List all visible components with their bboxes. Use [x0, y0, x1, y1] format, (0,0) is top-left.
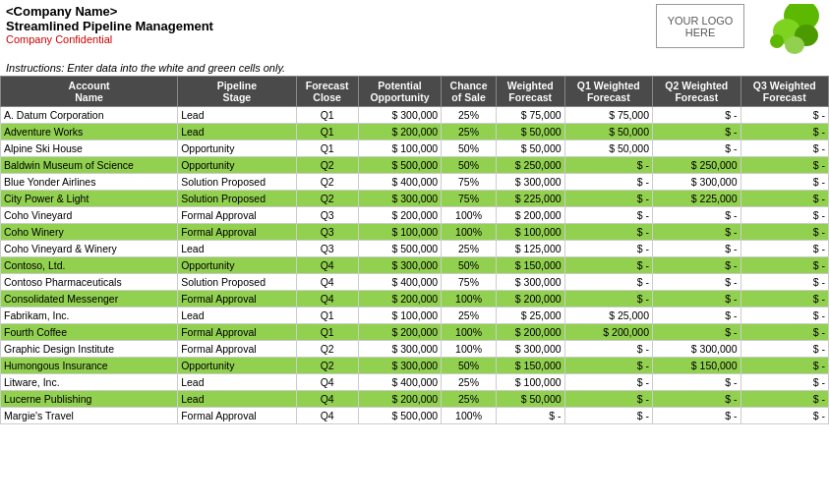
potential-opportunity: $ 400,000: [358, 174, 441, 191]
pipeline-stage[interactable]: Formal Approval: [178, 291, 296, 308]
account-name[interactable]: Fabrikam, Inc.: [1, 308, 178, 324]
q2-forecast: $ 250,000: [653, 157, 740, 174]
account-name[interactable]: Humongous Insurance: [1, 358, 178, 374]
pipeline-stage[interactable]: Lead: [178, 308, 296, 324]
pipeline-stage[interactable]: Formal Approval: [178, 408, 296, 424]
account-name[interactable]: Consolidated Messenger: [1, 291, 178, 308]
pipeline-stage[interactable]: Formal Approval: [178, 341, 296, 358]
chance-of-sale[interactable]: 100%: [442, 324, 497, 341]
q2-forecast: $ -: [653, 224, 740, 241]
account-name[interactable]: Baldwin Museum of Science: [1, 157, 178, 174]
chance-of-sale[interactable]: 75%: [442, 191, 497, 207]
chance-of-sale[interactable]: 100%: [442, 207, 497, 224]
chance-of-sale[interactable]: 100%: [442, 341, 497, 358]
pipeline-stage[interactable]: Lead: [178, 124, 296, 140]
chance-of-sale[interactable]: 75%: [442, 174, 497, 191]
account-name[interactable]: A. Datum Corporation: [1, 107, 178, 124]
account-name[interactable]: Lucerne Publishing: [1, 391, 178, 408]
forecast-close[interactable]: Q1: [296, 308, 358, 324]
forecast-close[interactable]: Q2: [296, 191, 358, 207]
potential-opportunity: $ 100,000: [358, 224, 441, 241]
account-name[interactable]: Coho Vineyard & Winery: [1, 241, 178, 257]
forecast-close[interactable]: Q1: [296, 324, 358, 341]
col-q1: Q1 WeightedForecast: [564, 77, 652, 107]
col-chance: Chanceof Sale: [442, 77, 497, 107]
pipeline-stage[interactable]: Opportunity: [178, 157, 296, 174]
forecast-close[interactable]: Q4: [296, 257, 358, 274]
q3-forecast: $ -: [740, 157, 829, 174]
weighted-forecast: $ 300,000: [496, 341, 564, 358]
chance-of-sale[interactable]: 25%: [442, 107, 497, 124]
q2-forecast: $ -: [653, 291, 740, 308]
forecast-close[interactable]: Q3: [296, 224, 358, 241]
account-name[interactable]: City Power & Light: [1, 191, 178, 207]
table-row: Coho WineryFormal ApprovalQ3$ 100,000100…: [1, 224, 829, 241]
chance-of-sale[interactable]: 100%: [442, 408, 497, 424]
forecast-close[interactable]: Q4: [296, 274, 358, 291]
forecast-close[interactable]: Q2: [296, 341, 358, 358]
table-row: Humongous InsuranceOpportunityQ2$ 300,00…: [1, 358, 829, 374]
chance-of-sale[interactable]: 25%: [442, 308, 497, 324]
table-row: Margie's TravelFormal ApprovalQ4$ 500,00…: [1, 408, 829, 424]
account-name[interactable]: Graphic Design Institute: [1, 341, 178, 358]
account-name[interactable]: Coho Winery: [1, 224, 178, 241]
account-name[interactable]: Margie's Travel: [1, 408, 178, 424]
account-name[interactable]: Litware, Inc.: [1, 374, 178, 391]
chance-of-sale[interactable]: 100%: [442, 224, 497, 241]
forecast-close[interactable]: Q4: [296, 374, 358, 391]
forecast-close[interactable]: Q3: [296, 207, 358, 224]
forecast-close[interactable]: Q4: [296, 391, 358, 408]
pipeline-stage[interactable]: Opportunity: [178, 257, 296, 274]
account-name[interactable]: Contoso Pharmaceuticals: [1, 274, 178, 291]
account-name[interactable]: Fourth Coffee: [1, 324, 178, 341]
pipeline-stage[interactable]: Solution Proposed: [178, 274, 296, 291]
potential-opportunity: $ 200,000: [358, 391, 441, 408]
forecast-close[interactable]: Q2: [296, 174, 358, 191]
pipeline-stage[interactable]: Solution Proposed: [178, 191, 296, 207]
forecast-close[interactable]: Q1: [296, 140, 358, 157]
chance-of-sale[interactable]: 25%: [442, 241, 497, 257]
pipeline-stage[interactable]: Formal Approval: [178, 324, 296, 341]
account-name[interactable]: Coho Vineyard: [1, 207, 178, 224]
weighted-forecast: $ 225,000: [496, 191, 564, 207]
weighted-forecast: $ 50,000: [496, 140, 564, 157]
q2-forecast: $ -: [653, 107, 740, 124]
q2-forecast: $ 150,000: [653, 358, 740, 374]
chance-of-sale[interactable]: 50%: [442, 358, 497, 374]
account-name[interactable]: Blue Yonder Airlines: [1, 174, 178, 191]
forecast-close[interactable]: Q4: [296, 408, 358, 424]
chance-of-sale[interactable]: 50%: [442, 257, 497, 274]
chance-of-sale[interactable]: 100%: [442, 291, 497, 308]
chance-of-sale[interactable]: 50%: [442, 157, 497, 174]
account-name[interactable]: Adventure Works: [1, 124, 178, 140]
q3-forecast: $ -: [740, 308, 829, 324]
pipeline-stage[interactable]: Opportunity: [178, 358, 296, 374]
weighted-forecast: $ 300,000: [496, 174, 564, 191]
potential-opportunity: $ 300,000: [358, 341, 441, 358]
pipeline-stage[interactable]: Lead: [178, 391, 296, 408]
chance-of-sale[interactable]: 50%: [442, 140, 497, 157]
pipeline-stage[interactable]: Lead: [178, 241, 296, 257]
weighted-forecast: $ 75,000: [496, 107, 564, 124]
forecast-close[interactable]: Q1: [296, 107, 358, 124]
q3-forecast: $ -: [740, 174, 829, 191]
chance-of-sale[interactable]: 25%: [442, 124, 497, 140]
pipeline-stage[interactable]: Lead: [178, 107, 296, 124]
forecast-close[interactable]: Q2: [296, 358, 358, 374]
q1-forecast: $ -: [564, 391, 652, 408]
pipeline-stage[interactable]: Lead: [178, 374, 296, 391]
forecast-close[interactable]: Q1: [296, 124, 358, 140]
account-name[interactable]: Alpine Ski House: [1, 140, 178, 157]
pipeline-stage[interactable]: Solution Proposed: [178, 174, 296, 191]
pipeline-stage[interactable]: Formal Approval: [178, 207, 296, 224]
forecast-close[interactable]: Q4: [296, 291, 358, 308]
q3-forecast: $ -: [740, 257, 829, 274]
chance-of-sale[interactable]: 25%: [442, 374, 497, 391]
chance-of-sale[interactable]: 75%: [442, 274, 497, 291]
pipeline-stage[interactable]: Opportunity: [178, 140, 296, 157]
forecast-close[interactable]: Q2: [296, 157, 358, 174]
forecast-close[interactable]: Q3: [296, 241, 358, 257]
chance-of-sale[interactable]: 25%: [442, 391, 497, 408]
account-name[interactable]: Contoso, Ltd.: [1, 257, 178, 274]
pipeline-stage[interactable]: Formal Approval: [178, 224, 296, 241]
